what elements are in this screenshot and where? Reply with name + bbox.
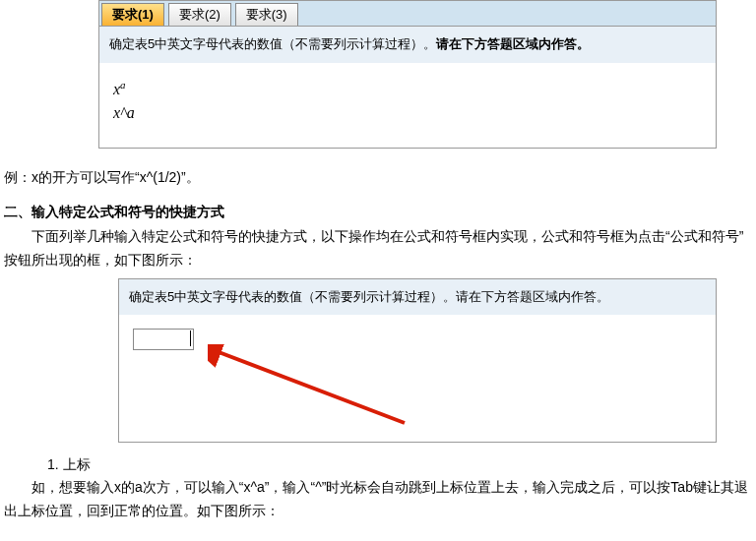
formula-input-box[interactable] [133,329,194,350]
section-heading: 二、输入特定公式和符号的快捷方式 [4,204,752,221]
instruction-text-2: 确定表5中英文字母代表的数值（不需要列示计算过程）。 [129,289,456,304]
example-panel-1: 要求(1) 要求(2) 要求(3) 确定表5中英文字母代表的数值（不需要列示计算… [98,0,717,149]
instruction-bar-1: 确定表5中英文字母代表的数值（不需要列示计算过程）。请在下方答题区域内作答。 [99,27,716,63]
panel1-body: xa x^a [99,63,716,148]
item-1-number: 1. 上标 [47,456,756,474]
tab-req-2[interactable]: 要求(2) [168,3,231,26]
item-1-paragraph: 如，想要输入x的a次方，可以输入“x^a”，输入“^”时光标会自动跳到上标位置上… [4,476,752,523]
raw-formula: x^a [113,104,702,122]
arrow-icon [208,344,424,433]
example-panel-2: 确定表5中英文字母代表的数值（不需要列示计算过程）。请在下方答题区域内作答。 [118,278,717,444]
example-line: 例：x的开方可以写作“x^(1/2)”。 [4,166,752,190]
panel2-body [119,315,716,442]
instruction-bar-2: 确定表5中英文字母代表的数值（不需要列示计算过程）。请在下方答题区域内作答。 [119,279,716,316]
instruction-bold-2: 请在下方答题区域内作答。 [456,289,609,304]
instruction-text-1: 确定表5中英文字母代表的数值（不需要列示计算过程）。 [109,36,436,51]
tab-bar: 要求(1) 要求(2) 要求(3) [99,1,716,27]
section-paragraph: 下面列举几种输入特定公式和符号的快捷方式，以下操作均在公式和符号框内实现，公式和… [4,225,752,272]
text-caret [190,331,191,346]
tab-req-1[interactable]: 要求(1) [101,3,164,26]
instruction-bold-1: 请在下方答题区域内作答。 [436,36,590,51]
tab-req-3[interactable]: 要求(3) [235,3,298,26]
svg-line-0 [214,350,405,423]
rendered-formula: xa [113,79,702,98]
